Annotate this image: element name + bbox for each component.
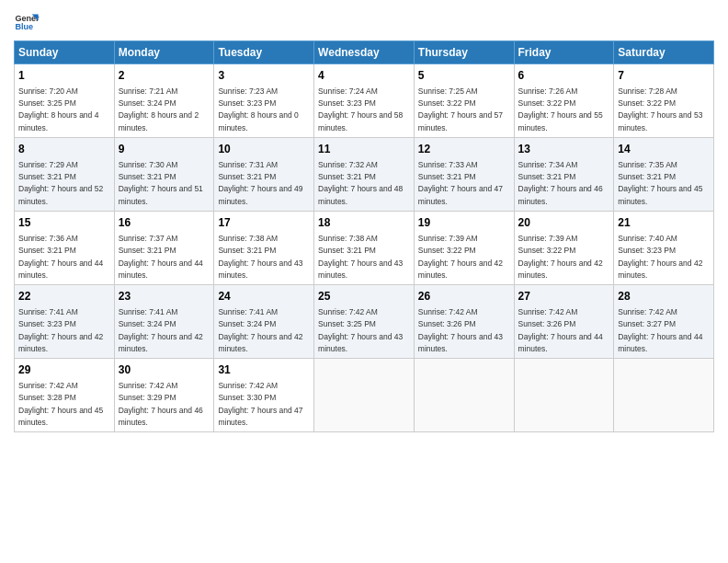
week-row-5: 29 Sunrise: 7:42 AMSunset: 3:28 PMDaylig… <box>15 359 714 432</box>
day-cell: 13 Sunrise: 7:34 AMSunset: 3:21 PMDaylig… <box>514 138 614 212</box>
day-cell: 17 Sunrise: 7:38 AMSunset: 3:21 PMDaylig… <box>214 212 314 285</box>
day-cell: 5 Sunrise: 7:25 AMSunset: 3:22 PMDayligh… <box>414 64 514 138</box>
day-cell: 21 Sunrise: 7:40 AMSunset: 3:23 PMDaylig… <box>614 212 714 285</box>
day-number: 29 <box>18 362 110 378</box>
day-number: 18 <box>318 215 410 231</box>
day-cell: 24 Sunrise: 7:41 AMSunset: 3:24 PMDaylig… <box>214 285 314 359</box>
day-cell: 10 Sunrise: 7:31 AMSunset: 3:21 PMDaylig… <box>214 138 314 212</box>
day-info: Sunrise: 7:29 AMSunset: 3:21 PMDaylight:… <box>18 160 103 206</box>
day-info: Sunrise: 7:32 AMSunset: 3:21 PMDaylight:… <box>318 160 403 206</box>
day-cell <box>614 359 714 432</box>
col-header-wednesday: Wednesday <box>314 41 415 64</box>
day-number: 31 <box>218 362 310 378</box>
day-info: Sunrise: 7:26 AMSunset: 3:22 PMDaylight:… <box>518 86 603 132</box>
day-info: Sunrise: 7:36 AMSunset: 3:21 PMDaylight:… <box>18 234 103 280</box>
day-cell: 3 Sunrise: 7:23 AMSunset: 3:23 PMDayligh… <box>214 64 314 138</box>
col-header-saturday: Saturday <box>614 41 714 64</box>
day-cell: 12 Sunrise: 7:33 AMSunset: 3:21 PMDaylig… <box>414 138 514 212</box>
day-info: Sunrise: 7:28 AMSunset: 3:22 PMDaylight:… <box>618 86 702 132</box>
day-cell: 19 Sunrise: 7:39 AMSunset: 3:22 PMDaylig… <box>414 212 514 285</box>
day-cell: 31 Sunrise: 7:42 AMSunset: 3:30 PMDaylig… <box>214 359 314 432</box>
day-cell: 4 Sunrise: 7:24 AMSunset: 3:23 PMDayligh… <box>314 64 415 138</box>
day-info: Sunrise: 7:35 AMSunset: 3:21 PMDaylight:… <box>618 160 702 206</box>
day-info: Sunrise: 7:20 AMSunset: 3:25 PMDaylight:… <box>18 86 98 132</box>
day-info: Sunrise: 7:42 AMSunset: 3:27 PMDaylight:… <box>618 307 702 353</box>
day-number: 12 <box>418 142 510 157</box>
day-info: Sunrise: 7:23 AMSunset: 3:23 PMDaylight:… <box>218 86 298 132</box>
col-header-friday: Friday <box>514 41 614 64</box>
day-cell: 23 Sunrise: 7:41 AMSunset: 3:24 PMDaylig… <box>114 285 214 359</box>
day-number: 26 <box>418 289 510 304</box>
day-info: Sunrise: 7:41 AMSunset: 3:24 PMDaylight:… <box>119 307 203 353</box>
day-number: 30 <box>119 362 210 378</box>
day-info: Sunrise: 7:38 AMSunset: 3:21 PMDaylight:… <box>318 234 403 280</box>
day-info: Sunrise: 7:33 AMSunset: 3:21 PMDaylight:… <box>418 160 503 206</box>
week-row-1: 1 Sunrise: 7:20 AMSunset: 3:25 PMDayligh… <box>15 64 714 138</box>
day-cell: 29 Sunrise: 7:42 AMSunset: 3:28 PMDaylig… <box>15 359 115 432</box>
day-cell: 30 Sunrise: 7:42 AMSunset: 3:29 PMDaylig… <box>114 359 214 432</box>
day-number: 10 <box>218 142 310 157</box>
week-row-4: 22 Sunrise: 7:41 AMSunset: 3:23 PMDaylig… <box>15 285 714 359</box>
day-cell: 25 Sunrise: 7:42 AMSunset: 3:25 PMDaylig… <box>314 285 415 359</box>
svg-text:Blue: Blue <box>15 22 33 31</box>
day-number: 3 <box>218 68 310 84</box>
day-cell: 20 Sunrise: 7:39 AMSunset: 3:22 PMDaylig… <box>514 212 614 285</box>
day-info: Sunrise: 7:39 AMSunset: 3:22 PMDaylight:… <box>418 234 503 280</box>
day-cell: 26 Sunrise: 7:42 AMSunset: 3:26 PMDaylig… <box>414 285 514 359</box>
day-cell: 1 Sunrise: 7:20 AMSunset: 3:25 PMDayligh… <box>15 64 115 138</box>
day-cell: 9 Sunrise: 7:30 AMSunset: 3:21 PMDayligh… <box>114 138 214 212</box>
day-number: 27 <box>518 289 610 304</box>
day-cell: 2 Sunrise: 7:21 AMSunset: 3:24 PMDayligh… <box>114 64 214 138</box>
day-info: Sunrise: 7:38 AMSunset: 3:21 PMDaylight:… <box>218 234 302 280</box>
day-cell: 15 Sunrise: 7:36 AMSunset: 3:21 PMDaylig… <box>15 212 115 285</box>
day-cell: 16 Sunrise: 7:37 AMSunset: 3:21 PMDaylig… <box>114 212 214 285</box>
day-number: 13 <box>518 142 610 157</box>
logo-icon: General Blue <box>14 9 40 35</box>
header-row: SundayMondayTuesdayWednesdayThursdayFrid… <box>15 41 714 64</box>
day-info: Sunrise: 7:41 AMSunset: 3:23 PMDaylight:… <box>18 307 103 353</box>
day-info: Sunrise: 7:40 AMSunset: 3:23 PMDaylight:… <box>618 234 702 280</box>
day-cell: 27 Sunrise: 7:42 AMSunset: 3:26 PMDaylig… <box>514 285 614 359</box>
day-cell: 14 Sunrise: 7:35 AMSunset: 3:21 PMDaylig… <box>614 138 714 212</box>
day-number: 14 <box>618 142 710 157</box>
day-info: Sunrise: 7:39 AMSunset: 3:22 PMDaylight:… <box>518 234 603 280</box>
calendar-table: SundayMondayTuesdayWednesdayThursdayFrid… <box>14 40 714 432</box>
day-info: Sunrise: 7:24 AMSunset: 3:23 PMDaylight:… <box>318 86 403 132</box>
day-number: 15 <box>18 215 110 231</box>
week-row-2: 8 Sunrise: 7:29 AMSunset: 3:21 PMDayligh… <box>15 138 714 212</box>
day-info: Sunrise: 7:21 AMSunset: 3:24 PMDaylight:… <box>119 86 199 132</box>
day-number: 22 <box>18 289 110 304</box>
day-cell: 22 Sunrise: 7:41 AMSunset: 3:23 PMDaylig… <box>15 285 115 359</box>
day-cell: 11 Sunrise: 7:32 AMSunset: 3:21 PMDaylig… <box>314 138 415 212</box>
day-cell: 8 Sunrise: 7:29 AMSunset: 3:21 PMDayligh… <box>15 138 115 212</box>
day-number: 6 <box>518 68 610 84</box>
day-cell <box>314 359 415 432</box>
col-header-sunday: Sunday <box>15 41 115 64</box>
day-cell <box>414 359 514 432</box>
day-number: 24 <box>218 289 310 304</box>
day-number: 28 <box>618 289 710 304</box>
day-number: 11 <box>318 142 410 157</box>
day-number: 19 <box>418 215 510 231</box>
col-header-tuesday: Tuesday <box>214 41 314 64</box>
day-number: 8 <box>18 142 110 157</box>
day-cell: 7 Sunrise: 7:28 AMSunset: 3:22 PMDayligh… <box>614 64 714 138</box>
day-number: 1 <box>18 68 110 84</box>
day-number: 16 <box>119 215 210 231</box>
day-number: 20 <box>518 215 610 231</box>
day-number: 9 <box>119 142 210 157</box>
day-cell: 18 Sunrise: 7:38 AMSunset: 3:21 PMDaylig… <box>314 212 415 285</box>
logo: General Blue <box>14 9 40 35</box>
day-info: Sunrise: 7:34 AMSunset: 3:21 PMDaylight:… <box>518 160 603 206</box>
day-info: Sunrise: 7:41 AMSunset: 3:24 PMDaylight:… <box>218 307 302 353</box>
day-number: 23 <box>119 289 210 304</box>
col-header-monday: Monday <box>114 41 214 64</box>
day-cell <box>514 359 614 432</box>
day-number: 25 <box>318 289 410 304</box>
day-number: 17 <box>218 215 310 231</box>
day-info: Sunrise: 7:42 AMSunset: 3:25 PMDaylight:… <box>318 307 403 353</box>
day-info: Sunrise: 7:42 AMSunset: 3:30 PMDaylight:… <box>218 381 302 427</box>
day-info: Sunrise: 7:42 AMSunset: 3:26 PMDaylight:… <box>518 307 603 353</box>
day-number: 2 <box>119 68 210 84</box>
week-row-3: 15 Sunrise: 7:36 AMSunset: 3:21 PMDaylig… <box>15 212 714 285</box>
